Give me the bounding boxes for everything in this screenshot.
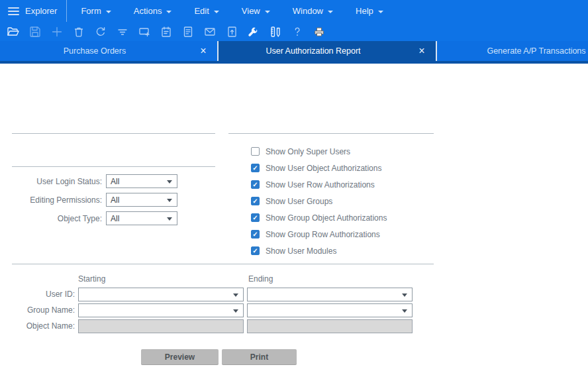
checkbox-label: Show Group Object Authorizations [266,213,387,223]
filter-row-editing-permissions: Editing Permissions:All [12,193,177,207]
menu-item-label: Window [293,6,323,16]
checkbox-show-group-object-authorizations[interactable]: Show Group Object Authorizations [251,209,387,226]
dropdown-arrow-icon [233,294,238,297]
menu-item-label: Help [356,6,373,16]
hamburger-icon [8,7,19,15]
editing-permissions-dropdown[interactable]: All [106,193,177,207]
field-label: User ID: [12,288,75,301]
checked-checkbox-icon[interactable] [251,180,260,189]
menu-item-help[interactable]: Help [348,0,391,22]
group-name-ending-dropdown[interactable] [247,303,413,317]
open-folder-icon[interactable] [5,24,21,40]
menu-items: FormActionsEditViewWindowHelp [70,0,394,22]
reference-icon[interactable] [268,24,283,40]
checkbox-show-only-super-users[interactable]: Show Only Super Users [251,143,387,160]
tab-purchase-orders[interactable]: Purchase Orders× [0,41,217,61]
range-row-object-name: Object Name: [12,319,436,333]
explorer-label: Explorer [25,6,57,16]
menu-item-view[interactable]: View [234,0,278,22]
email-icon[interactable] [202,24,218,40]
divider [12,166,215,167]
field-label: Object Type: [12,214,106,223]
menu-item-label: Actions [134,6,162,16]
starting-column-header: Starting [78,274,105,284]
notes-icon[interactable] [158,24,174,40]
menu-item-label: Form [81,6,101,16]
user-id-starting-dropdown[interactable] [78,288,244,301]
unchecked-checkbox-icon[interactable] [251,147,260,156]
field-label: Object Name: [12,319,75,333]
user-id-ending-dropdown[interactable] [247,288,413,301]
menu-item-edit[interactable]: Edit [186,0,226,22]
explorer-button[interactable]: Explorer [0,0,66,22]
import-icon[interactable] [224,24,240,40]
refresh-icon[interactable] [93,24,109,40]
checkbox-show-user-row-authorizations[interactable]: Show User Row Authorizations [251,176,387,193]
chevron-down-icon [328,11,333,13]
filter-row-object-type: Object Type:All [12,211,177,225]
delete-icon[interactable] [71,24,87,40]
close-icon[interactable]: × [408,41,436,61]
checkbox-label: Show User Modules [266,246,336,256]
checkbox-show-group-row-authorizations[interactable]: Show Group Row Authorizations [251,226,387,242]
dropdown-value: All [111,214,119,223]
dropdown-arrow-icon [233,309,238,313]
tab-label: User Authorization Report [219,46,408,56]
add-icon[interactable] [49,24,65,40]
form-content: Show Only Super UsersShow User Object Au… [0,64,588,375]
tab-generate-a-p-transactions[interactable]: Generate A/P Transactions [437,41,588,61]
checkbox-show-user-groups[interactable]: Show User Groups [251,193,387,209]
print-button[interactable]: Print [222,349,297,365]
checkbox-show-user-modules[interactable]: Show User Modules [251,242,387,259]
tab-bar: Purchase Orders×User Authorization Repor… [0,41,588,64]
dropdown-value: All [111,177,119,186]
object-type-dropdown[interactable]: All [106,211,177,225]
filter-dropdowns: User Login Status:AllEditing Permissions… [12,174,177,230]
checked-checkbox-icon[interactable] [251,164,260,172]
toolbar [0,22,588,41]
checked-checkbox-icon[interactable] [251,230,260,239]
checkbox-show-user-object-authorizations[interactable]: Show User Object Authorizations [251,160,387,176]
checkbox-label: Show Group Row Authorizations [266,230,380,239]
dropdown-arrow-icon [402,309,407,313]
field-label: User Login Status: [12,177,106,186]
checkbox-label: Show User Row Authorizations [266,180,375,189]
tools-icon[interactable] [246,24,262,40]
checked-checkbox-icon[interactable] [251,197,260,205]
chevron-down-icon [378,11,383,13]
menu-item-window[interactable]: Window [285,0,341,22]
field-label: Editing Permissions: [12,195,106,205]
document-icon[interactable] [180,24,196,40]
group-name-starting-dropdown[interactable] [78,303,244,317]
tab-label: Purchase Orders [0,46,189,56]
checkbox-label: Show Only Super Users [266,147,350,156]
tab-user-authorization-report[interactable]: User Authorization Report× [219,41,436,61]
range-rows: User ID:Group Name:Object Name: [12,288,436,335]
checked-checkbox-icon[interactable] [251,213,260,222]
dropdown-arrow-icon [167,199,172,202]
range-row-user-id: User ID: [12,288,436,301]
tab-label: Generate A/P Transactions [437,46,588,56]
chevron-down-icon [106,11,111,13]
user-login-status-dropdown[interactable]: All [106,174,177,188]
close-icon[interactable]: × [189,41,217,61]
chevron-down-icon [214,11,219,13]
object-name-starting-input [78,319,244,333]
menu-item-label: View [242,6,260,16]
divider [12,133,215,134]
save-icon[interactable] [27,24,43,40]
ending-column-header: Ending [248,274,273,284]
preview-button[interactable]: Preview [141,349,219,365]
help-icon[interactable] [289,24,305,40]
checked-checkbox-icon[interactable] [251,246,260,255]
range-row-group-name: Group Name: [12,303,436,317]
report-options-checkbox-list: Show Only Super UsersShow User Object Au… [251,143,387,259]
divider [228,133,434,134]
menu-item-form[interactable]: Form [73,0,119,22]
filter-icon[interactable] [115,24,130,40]
menu-item-actions[interactable]: Actions [126,0,180,22]
dropdown-arrow-icon [167,217,172,221]
chevron-down-icon [265,11,270,13]
new-window-icon[interactable] [136,24,152,40]
print-icon[interactable] [311,24,327,40]
